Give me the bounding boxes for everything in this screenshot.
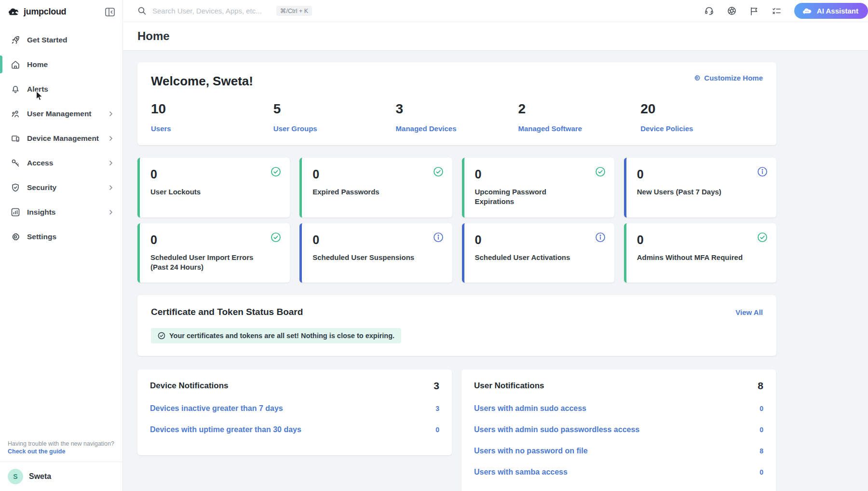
stat-link-users[interactable]: Users	[151, 124, 273, 133]
user-name: Sweta	[29, 472, 51, 481]
row-count: 0	[760, 468, 763, 476]
stat-value: 2	[518, 101, 640, 117]
info-circle-icon	[757, 166, 768, 177]
stat-managed-software: 2 Managed Software	[518, 101, 640, 133]
sidebar-footer: Having trouble with the new navigation? …	[0, 439, 122, 491]
chevron-right-icon	[108, 185, 114, 191]
users-admin-sudo-link[interactable]: Users with admin sudo access	[474, 404, 586, 413]
device-notifications-title: Device Notifications	[150, 381, 229, 391]
info-circle-icon	[595, 232, 606, 243]
device-notifications-panel: Device Notifications 3 Devices inactive …	[137, 369, 452, 455]
cloud-logo-icon	[8, 7, 20, 17]
page-content: Welcome, Sweta! Customize Home 10 Users	[123, 51, 868, 491]
key-icon	[11, 158, 20, 168]
avatar: S	[8, 469, 23, 484]
guide-link[interactable]: Check out the guide	[8, 448, 115, 455]
card-expired-passwords[interactable]: 0 Expired Passwords	[299, 158, 452, 218]
notification-row: Devices with uptime greater than 30 days…	[150, 425, 439, 434]
stat-value: 5	[273, 101, 396, 117]
chevron-right-icon	[108, 209, 114, 215]
sidebar-item-access[interactable]: Access	[0, 150, 122, 175]
stat-link-user-groups[interactable]: User Groups	[273, 124, 396, 133]
sidebar: jumpcloud Get Started Home	[0, 0, 123, 491]
certificate-status-banner: Your certificates and tokens are all set…	[151, 328, 401, 343]
sidebar-item-home[interactable]: Home	[0, 52, 122, 77]
card-user-lockouts[interactable]: 0 User Lockouts	[137, 158, 290, 218]
flag-icon[interactable]	[749, 6, 759, 16]
logo-row: jumpcloud	[0, 0, 122, 23]
stat-link-device-policies[interactable]: Device Policies	[640, 124, 763, 133]
row-count: 8	[760, 447, 763, 455]
check-circle-icon	[271, 232, 281, 243]
users-samba-access-link[interactable]: Users with samba access	[474, 468, 568, 477]
chart-icon	[11, 207, 20, 217]
community-wheel-icon[interactable]	[727, 6, 737, 16]
sidebar-item-device-management[interactable]: Device Management	[0, 126, 122, 150]
check-circle-icon	[433, 166, 444, 177]
row-count: 0	[435, 426, 439, 434]
card-scheduled-user-suspensions[interactable]: 0 Scheduled User Suspensions	[299, 223, 452, 283]
ai-cloud-icon	[802, 7, 813, 15]
sidebar-collapse-icon[interactable]	[105, 8, 115, 16]
stat-link-managed-software[interactable]: Managed Software	[518, 124, 640, 133]
sidebar-item-label: Device Management	[27, 134, 99, 143]
sidebar-item-security[interactable]: Security	[0, 175, 122, 200]
users-admin-sudo-passwordless-link[interactable]: Users with admin sudo passwordless acces…	[474, 425, 639, 434]
certificate-board-title: Certificate and Token Status Board	[151, 307, 303, 317]
row-count: 3	[435, 405, 439, 412]
devices-inactive-link[interactable]: Devices inactive greater than 7 days	[150, 404, 283, 413]
check-circle-icon	[271, 166, 281, 177]
search-input[interactable]	[152, 7, 271, 15]
card-upcoming-password-expirations[interactable]: 0 Upcoming Password Expirations	[462, 158, 614, 218]
sidebar-item-label: Home	[27, 60, 48, 69]
notification-row: Users with no password on file 8	[474, 447, 763, 455]
check-circle-icon	[158, 332, 165, 340]
tasks-checklist-icon[interactable]	[772, 6, 782, 15]
app-window: jumpcloud Get Started Home	[0, 0, 868, 491]
sidebar-item-insights[interactable]: Insights	[0, 200, 122, 224]
notification-row: Users with admin sudo passwordless acces…	[474, 425, 763, 434]
sidebar-item-alerts[interactable]: Alerts	[0, 77, 122, 101]
check-circle-icon	[595, 166, 606, 177]
card-label: Upcoming Password Expirations	[475, 187, 605, 207]
user-notifications-count: 8	[758, 380, 763, 392]
card-scheduled-user-activations[interactable]: 0 Scheduled User Activations	[462, 223, 614, 283]
user-notifications-panel: User Notifications 8 Users with admin su…	[461, 369, 776, 491]
sidebar-item-label: Alerts	[27, 85, 48, 94]
navigation-help-text: Having trouble with the new navigation?	[8, 439, 115, 448]
devices-icon	[11, 134, 20, 143]
sidebar-item-settings[interactable]: Settings	[0, 224, 122, 249]
check-circle-icon	[757, 232, 768, 243]
topbar: ⌘/Ctrl + K AI As	[123, 0, 868, 22]
card-admins-without-mfa[interactable]: 0 Admins Without MFA Required	[624, 223, 776, 283]
overview-stats: 10 Users 5 User Groups 3 Managed Devices	[151, 101, 763, 133]
row-count: 0	[760, 426, 763, 434]
card-scheduled-user-import-errors[interactable]: 0 Scheduled User Import Errors (Past 24 …	[137, 223, 290, 283]
customize-home-link[interactable]: Customize Home	[693, 74, 763, 82]
status-cards-grid: 0 User Lockouts 0 Expired Passwords 0 Up…	[137, 158, 776, 283]
welcome-card: Welcome, Sweta! Customize Home 10 Users	[137, 62, 776, 145]
stat-managed-devices: 3 Managed Devices	[396, 101, 518, 133]
stat-value: 3	[396, 101, 518, 117]
stat-users: 10 Users	[151, 101, 273, 133]
card-value: 0	[150, 167, 280, 181]
card-label: New Users (Past 7 Days)	[637, 187, 767, 197]
support-headset-icon[interactable]	[704, 6, 714, 16]
sidebar-item-user-management[interactable]: User Management	[0, 101, 122, 126]
rocket-icon	[11, 35, 20, 45]
card-value: 0	[637, 167, 767, 181]
sidebar-item-get-started[interactable]: Get Started	[0, 27, 122, 52]
jumpcloud-logo: jumpcloud	[8, 7, 66, 17]
page-title: Home	[137, 29, 170, 43]
view-all-link[interactable]: View All	[735, 308, 763, 316]
card-value: 0	[312, 167, 442, 181]
ai-assistant-button[interactable]: AI Assistant	[794, 3, 868, 19]
user-account-row[interactable]: S Sweta	[8, 462, 115, 484]
users-no-password-link[interactable]: Users with no password on file	[474, 447, 588, 455]
devices-uptime-link[interactable]: Devices with uptime greater than 30 days	[150, 425, 301, 434]
stat-link-managed-devices[interactable]: Managed Devices	[396, 124, 518, 133]
stat-value: 10	[151, 101, 273, 117]
card-new-users-past-7-days[interactable]: 0 New Users (Past 7 Days)	[624, 158, 776, 218]
sidebar-item-label: Access	[27, 159, 53, 167]
row-count: 0	[760, 405, 763, 412]
